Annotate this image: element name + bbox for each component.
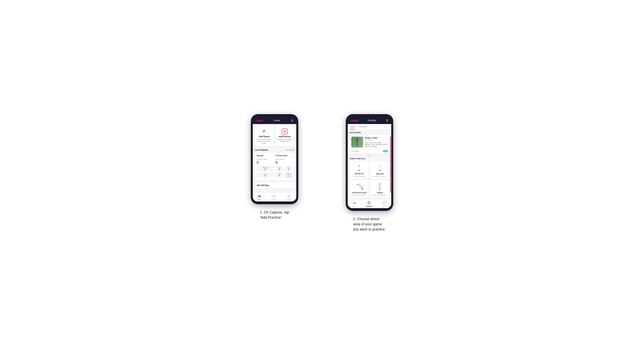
nav2-capture[interactable]: Capture [382, 201, 386, 207]
caption1-text: 1. On Capture, tap 'Add Practice'. [260, 210, 289, 219]
atg-visual [354, 182, 364, 191]
nav-home[interactable]: Home [258, 194, 262, 200]
stats-row: Rounds Rounds Capture 0 Tournament 0 [257, 155, 292, 178]
home2-nav-icon [353, 201, 356, 205]
skill-card-approach[interactable]: Approach Dial-in to hit the green [370, 161, 389, 178]
nav-home-label: Home [258, 199, 262, 200]
arg-label: ARG [277, 173, 282, 174]
featured-desc: Play 1 shot at each target yardage. If y… [365, 142, 388, 148]
svg-line-15 [356, 166, 359, 171]
practice-box: Practice 0 [257, 173, 274, 178]
putting-desc: Make and lag practice [373, 194, 386, 196]
arg-val: 0 [277, 174, 282, 176]
app-label: APP [286, 167, 291, 168]
putting-name: Putting [377, 192, 382, 194]
activities2-nav-icon [367, 201, 370, 205]
skill-card-atg[interactable]: Around The Green Hone your short game [350, 180, 369, 197]
svg-point-14 [358, 165, 360, 166]
hamburger-icon-phone2[interactable]: ☰ [386, 119, 388, 122]
rounds-col: Rounds Rounds Capture 0 Tournament 0 [257, 155, 274, 178]
tournament-label: Tournament [258, 167, 272, 168]
add-practice-card[interactable]: Add Practice Capture your practice off-t… [275, 126, 294, 147]
app-val: 4 [286, 168, 291, 171]
caption2-text: 2. Choose which area of your game you wa… [353, 217, 386, 231]
explore-title: Explore skill areas [350, 158, 389, 160]
hamburger-icon-phone1[interactable]: ☰ [291, 119, 294, 122]
skill-card-putting[interactable]: Putting Make and lag practice [370, 180, 389, 197]
nav2-capture-label: Capture [382, 206, 386, 207]
golf-bag-row[interactable]: My Golf Bag › [255, 182, 294, 189]
nav2-activities[interactable]: Activities [366, 201, 372, 207]
featured-drill-card[interactable]: Wedge Ladder 50-100 yds Play 1 shot at e… [350, 135, 389, 154]
most-popular-title: Most Popular [350, 132, 389, 134]
drills-sub-stats: OTT 0 APP 4 [276, 166, 292, 171]
nav-activities-label: Activities [271, 199, 277, 200]
star-icon[interactable]: ☆ [386, 136, 388, 139]
atg-desc: Hone your short game [352, 194, 366, 196]
practice-drills-title: Practice Drills [276, 155, 292, 158]
phone1-bottom-nav: Home Activities Capture [253, 193, 296, 201]
practice-label: Practice [258, 173, 272, 174]
svg-line-8 [356, 141, 357, 143]
featured-info: Wedge Ladder 50-100 yds Play 1 shot at e… [365, 137, 388, 148]
rounds-capture-label: Rounds Capture [257, 158, 274, 160]
svg-line-16 [358, 166, 359, 171]
svg-point-24 [379, 170, 380, 171]
phone2-shell: clippd Practice ☰ Drills Favourites Most… [346, 114, 393, 211]
flag-icon [261, 128, 268, 135]
action-cards: Add Round Record your shots fast or enha… [255, 126, 294, 147]
svg-line-23 [380, 165, 381, 170]
featured-yardage: 50-100 yds [365, 139, 388, 141]
ott-visual [354, 163, 364, 172]
rounds-sub-stats: Tournament 0 Practice 0 [257, 166, 274, 178]
add-round-card[interactable]: Add Round Record your shots fast or enha… [255, 126, 274, 147]
practice-inner: Most Popular [348, 130, 391, 199]
ott-label: OTT [277, 167, 282, 168]
header-title-phone2: Practice [368, 119, 376, 122]
golf-bag-label: My Golf Bag [257, 184, 268, 186]
nav2-home[interactable]: Home [352, 201, 356, 207]
putt-val: 4 [286, 174, 291, 177]
svg-point-19 [359, 170, 360, 171]
svg-line-10 [356, 144, 357, 146]
arg-box: ARG 0 [276, 172, 284, 178]
add-practice-title: Add Practice [279, 136, 291, 138]
add-practice-desc: Capture your practice off-the-course [277, 139, 293, 143]
tab-drills[interactable]: Drills [350, 124, 355, 129]
shots-info: 9 shots [351, 150, 358, 152]
app-badge: APP [383, 150, 388, 152]
putt-box: PUTT 4 [284, 172, 292, 178]
skill-card-ott[interactable]: Off The Tee Power and accuracy [350, 161, 369, 178]
caption1: 1. On Capture, tap 'Add Practice'. [260, 210, 289, 220]
nav-capture[interactable]: Capture [286, 194, 291, 200]
svg-line-9 [357, 140, 358, 141]
nav-activities[interactable]: Activities [271, 194, 277, 200]
svg-point-6 [356, 139, 358, 140]
tournament-val: 0 [258, 168, 272, 171]
add-round-title: Add Round [259, 136, 270, 138]
capture-nav-icon [288, 194, 290, 198]
phone1-screen: clippd Home ☰ [253, 117, 296, 201]
featured-card-inner: Wedge Ladder 50-100 yds Play 1 shot at e… [350, 135, 389, 149]
phone1-shell: clippd Home ☰ [251, 114, 298, 204]
phone2-bottom-nav: Home Activities Capture [348, 199, 391, 208]
practice-val: 0 [258, 174, 272, 177]
svg-point-30 [379, 183, 380, 184]
home-content: Add Round Record your shots fast or enha… [253, 124, 296, 193]
featured-drill-title: Wedge Ladder [365, 137, 388, 139]
last-3-months-header: Last 3 Months View Activity [255, 149, 294, 151]
view-activity-link[interactable]: View Activity [286, 149, 294, 151]
scroll-accent [390, 137, 391, 192]
home-nav-icon [258, 194, 261, 198]
nav-capture-label: Capture [286, 199, 291, 200]
atg-name: Around The Green [352, 192, 367, 194]
practice-drills-col: Practice Drills Drills Capture 8 OTT 0 [276, 155, 292, 178]
page-wrapper: clippd Home ☰ [233, 114, 411, 232]
add-round-desc: Record your shots fast or enhanced mode [256, 139, 272, 145]
drills-sub-stats-2: ARG 0 PUTT 4 [276, 172, 292, 178]
shots-count: 9 shots [354, 150, 358, 152]
tab-favourites[interactable]: Favourites [358, 124, 367, 129]
phone2-header: clippd Practice ☰ [348, 117, 391, 124]
ott-val: 0 [277, 168, 282, 171]
approach-visual [375, 163, 385, 172]
